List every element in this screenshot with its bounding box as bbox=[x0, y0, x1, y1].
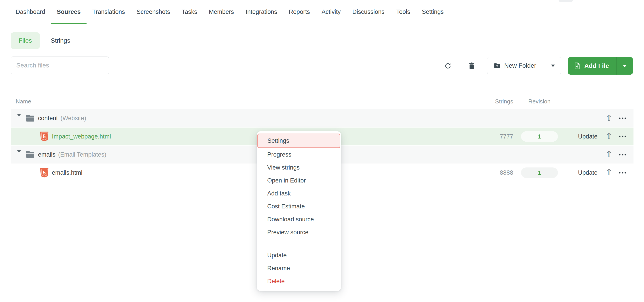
revision-badge[interactable]: 1 bbox=[521, 168, 558, 178]
column-header-strings: Strings bbox=[495, 98, 513, 105]
more-actions-icon[interactable] bbox=[618, 135, 626, 138]
nav-item-tasks[interactable]: Tasks bbox=[182, 0, 197, 24]
add-file-main[interactable]: Add File bbox=[568, 57, 616, 75]
table-header: Name Strings Revision bbox=[11, 94, 634, 109]
refresh-icon bbox=[444, 62, 452, 70]
column-header-name: Name bbox=[16, 98, 31, 105]
file-name-link[interactable]: Impact_webpage.html bbox=[52, 133, 111, 140]
upload-arrow-icon[interactable]: ⇧ bbox=[606, 150, 613, 158]
more-actions-icon[interactable] bbox=[618, 153, 626, 156]
folder-name[interactable]: emails bbox=[38, 151, 56, 158]
strings-count: 8888 bbox=[500, 169, 513, 176]
nav-item-members[interactable]: Members bbox=[209, 0, 234, 24]
upload-arrow-icon[interactable]: ⇧ bbox=[606, 168, 613, 176]
nav-item-activity[interactable]: Activity bbox=[322, 0, 341, 24]
nav-item-tools[interactable]: Tools bbox=[396, 0, 410, 24]
nav-item-reports[interactable]: Reports bbox=[289, 0, 310, 24]
upload-arrow-icon[interactable]: ⇧ bbox=[606, 132, 613, 140]
column-header-revision: Revision bbox=[528, 98, 550, 105]
tab-files[interactable]: Files bbox=[11, 32, 40, 49]
revision-badge[interactable]: 1 bbox=[521, 131, 558, 142]
folder-plus-icon bbox=[494, 62, 501, 69]
context-menu-item-delete[interactable]: Delete bbox=[257, 275, 341, 288]
file-upload-icon bbox=[573, 62, 581, 70]
html5-file-icon: 5 bbox=[40, 167, 49, 178]
more-actions-icon[interactable] bbox=[618, 172, 626, 174]
add-file-label: Add File bbox=[584, 62, 609, 69]
chevron-down-icon bbox=[623, 65, 627, 67]
context-menu-item-preview-source[interactable]: Preview source bbox=[257, 226, 341, 239]
table-row-folder-content[interactable]: content (Website) ⇧ bbox=[11, 109, 634, 127]
context-menu-item-update[interactable]: Update bbox=[257, 249, 341, 262]
nav-item-sources[interactable]: Sources bbox=[57, 0, 81, 24]
update-link[interactable]: Update bbox=[578, 169, 598, 176]
upload-arrow-icon[interactable]: ⇧ bbox=[606, 114, 613, 122]
add-file-dropdown[interactable] bbox=[616, 57, 633, 75]
new-folder-button[interactable]: New Folder bbox=[487, 57, 561, 74]
context-menu-item-open-in-editor[interactable]: Open in Editor bbox=[257, 174, 341, 187]
context-menu-item-view-strings[interactable]: View strings bbox=[257, 161, 341, 174]
expand-caret-icon[interactable] bbox=[17, 116, 21, 120]
context-menu-item-add-task[interactable]: Add task bbox=[257, 187, 341, 200]
context-menu-item-settings[interactable]: Settings bbox=[258, 134, 340, 148]
new-folder-main[interactable]: New Folder bbox=[487, 57, 545, 74]
add-file-button[interactable]: Add File bbox=[568, 57, 633, 75]
folder-annotation: (Email Templates) bbox=[58, 151, 106, 158]
trash-icon bbox=[468, 62, 475, 70]
tab-strings[interactable]: Strings bbox=[51, 32, 70, 49]
cutoff-top-element bbox=[558, 0, 573, 2]
nav-item-screenshots[interactable]: Screenshots bbox=[137, 0, 170, 24]
top-navigation: Dashboard Sources Translations Screensho… bbox=[0, 0, 644, 24]
strings-count: 7777 bbox=[500, 133, 513, 140]
folder-icon bbox=[26, 114, 35, 122]
new-folder-label: New Folder bbox=[504, 62, 536, 69]
file-name-link[interactable]: emails.html bbox=[52, 169, 82, 176]
nav-item-integrations[interactable]: Integrations bbox=[246, 0, 277, 24]
context-menu-item-progress[interactable]: Progress bbox=[257, 148, 341, 161]
file-context-menu: Settings Progress View strings Open in E… bbox=[257, 131, 341, 291]
html5-file-icon: 5 bbox=[40, 131, 49, 142]
search-input[interactable] bbox=[11, 56, 109, 74]
nav-item-translations[interactable]: Translations bbox=[92, 0, 125, 24]
svg-text:5: 5 bbox=[43, 134, 46, 139]
context-menu-item-cost-estimate[interactable]: Cost Estimate bbox=[257, 200, 341, 213]
chevron-down-icon bbox=[551, 64, 555, 67]
svg-text:5: 5 bbox=[43, 170, 46, 176]
folder-name[interactable]: content bbox=[38, 115, 58, 122]
more-actions-icon[interactable] bbox=[618, 117, 626, 119]
nav-item-discussions[interactable]: Discussions bbox=[352, 0, 384, 24]
nav-item-dashboard[interactable]: Dashboard bbox=[16, 0, 45, 24]
new-folder-dropdown[interactable] bbox=[545, 57, 561, 74]
context-menu-item-rename[interactable]: Rename bbox=[257, 262, 341, 275]
folder-annotation: (Website) bbox=[60, 115, 86, 122]
delete-button[interactable] bbox=[467, 62, 476, 70]
expand-caret-icon[interactable] bbox=[17, 153, 21, 157]
context-menu-item-download-source[interactable]: Download source bbox=[257, 213, 341, 226]
nav-item-settings[interactable]: Settings bbox=[422, 0, 444, 24]
folder-icon bbox=[26, 151, 35, 159]
update-link[interactable]: Update bbox=[578, 133, 598, 140]
refresh-button[interactable] bbox=[444, 62, 452, 70]
